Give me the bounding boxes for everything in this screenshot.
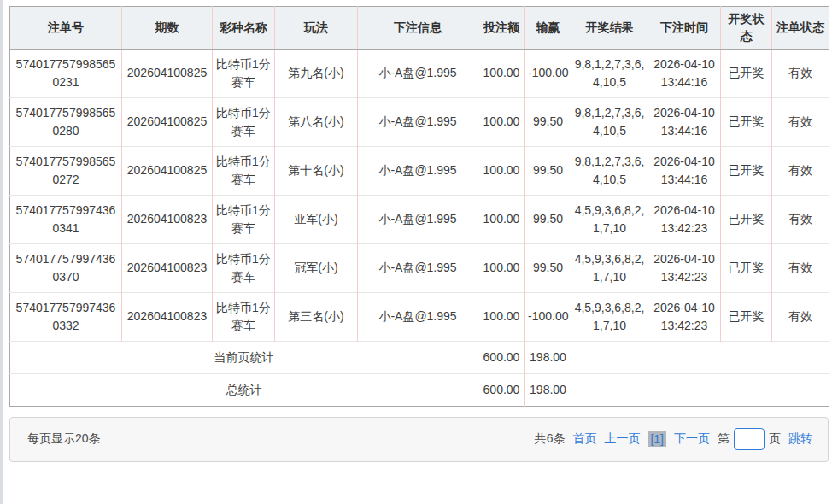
cell-period: 202604100825 (122, 97, 213, 146)
cell-bet-info: 小-A盘@1.995 (358, 97, 478, 146)
cell-win-loss: 99.50 (525, 243, 571, 292)
cell-amount: 100.00 (478, 243, 525, 292)
jump-prefix-label: 第 (718, 431, 730, 447)
cell-bet-info: 小-A盘@1.995 (358, 292, 478, 341)
cell-order-id: 5740177579985650280 (10, 97, 122, 146)
cell-period: 202604100823 (122, 195, 213, 243)
page-summary-empty (571, 341, 829, 373)
col-header-lottery: 彩种名称 (213, 7, 275, 50)
cell-lottery: 比特币1分赛车 (213, 243, 275, 292)
cell-result: 9,8,1,2,7,3,6,4,10,5 (571, 49, 648, 97)
page-summary-row: 当前页统计 600.00 198.00 (10, 341, 829, 373)
cell-bet-time: 2026-04-10 13:42:23 (648, 243, 721, 292)
cell-win-loss: 99.50 (525, 97, 571, 146)
page-jump-input[interactable] (734, 428, 765, 450)
cell-order-id: 5740177579985650231 (10, 49, 122, 97)
cell-amount: 100.00 (478, 49, 525, 97)
page-summary-win-loss: 198.00 (525, 341, 571, 373)
first-page-link[interactable]: 首页 (572, 431, 596, 447)
cell-result: 4,5,9,3,6,8,2,1,7,10 (571, 243, 648, 292)
cell-period: 202604100823 (122, 243, 213, 292)
cell-result: 9,8,1,2,7,3,6,4,10,5 (571, 97, 648, 146)
cell-period: 202604100825 (122, 146, 213, 195)
cell-play: 第十名(小) (275, 146, 358, 195)
table-header: 注单号 期数 彩种名称 玩法 下注信息 投注额 输赢 开奖结果 下注时间 开奖状… (10, 7, 829, 50)
total-summary-row: 总统计 600.00 198.00 (10, 373, 829, 406)
page-summary-label: 当前页统计 (10, 341, 478, 373)
cell-play: 第三名(小) (275, 292, 358, 341)
table-row: 5740177579985650272 202604100825 比特币1分赛车… (10, 146, 829, 195)
cell-draw-status: 已开奖 (721, 146, 772, 195)
jump-button[interactable]: 跳转 (788, 431, 812, 447)
col-header-bet-time: 下注时间 (648, 7, 721, 50)
cell-win-loss: 99.50 (525, 146, 571, 195)
col-header-bet-info: 下注信息 (358, 7, 478, 50)
cell-play: 第八名(小) (275, 97, 358, 146)
cell-order-status: 有效 (772, 243, 829, 292)
cell-lottery: 比特币1分赛车 (213, 146, 275, 195)
cell-play: 亚军(小) (275, 195, 358, 243)
cell-order-status: 有效 (772, 146, 829, 195)
total-summary-empty (571, 373, 829, 406)
table-row: 5740177579985650280 202604100825 比特币1分赛车… (10, 97, 829, 146)
cell-order-id: 5740177579974360341 (10, 195, 122, 243)
cell-result: 9,8,1,2,7,3,6,4,10,5 (571, 146, 648, 195)
cell-bet-info: 小-A盘@1.995 (358, 195, 478, 243)
cell-draw-status: 已开奖 (721, 97, 772, 146)
cell-amount: 100.00 (478, 195, 525, 243)
cell-bet-time: 2026-04-10 13:42:23 (648, 292, 721, 341)
col-header-play: 玩法 (275, 7, 358, 50)
total-count-label: 共6条 (535, 431, 566, 447)
cell-lottery: 比特币1分赛车 (213, 195, 275, 243)
pagination-bar: 每页显示20条 共6条 首页 上一页 [1] 下一页 第 页 跳转 (9, 417, 829, 462)
cell-bet-info: 小-A盘@1.995 (358, 49, 478, 97)
pager-controls: 共6条 首页 上一页 [1] 下一页 第 页 跳转 (535, 428, 812, 450)
next-page-link[interactable]: 下一页 (674, 431, 710, 447)
bet-records-page: 注单号 期数 彩种名称 玩法 下注信息 投注额 输赢 开奖结果 下注时间 开奖状… (0, 0, 838, 504)
cell-bet-time: 2026-04-10 13:42:23 (648, 195, 721, 243)
page-jump-group: 第 页 (718, 428, 781, 450)
cell-win-loss: -100.00 (525, 49, 571, 97)
bet-records-table: 注单号 期数 彩种名称 玩法 下注信息 投注额 输赢 开奖结果 下注时间 开奖状… (9, 6, 829, 407)
cell-play: 冠军(小) (275, 243, 358, 292)
table-row: 5740177579974360341 202604100823 比特币1分赛车… (10, 195, 829, 243)
col-header-order-id: 注单号 (10, 7, 122, 50)
prev-page-link[interactable]: 上一页 (604, 431, 640, 447)
cell-bet-time: 2026-04-10 13:44:16 (648, 146, 721, 195)
cell-order-status: 有效 (772, 49, 829, 97)
cell-lottery: 比特币1分赛车 (213, 49, 275, 97)
cell-order-id: 5740177579974360332 (10, 292, 122, 341)
total-summary-amount: 600.00 (478, 373, 525, 406)
per-page-label: 每页显示20条 (27, 431, 101, 447)
cell-period: 202604100823 (122, 292, 213, 341)
page-summary-amount: 600.00 (478, 341, 525, 373)
cell-period: 202604100825 (122, 49, 213, 97)
cell-order-id: 5740177579974360370 (10, 243, 122, 292)
cell-bet-info: 小-A盘@1.995 (358, 243, 478, 292)
table-row: 5740177579974360370 202604100823 比特币1分赛车… (10, 243, 829, 292)
cell-order-status: 有效 (772, 292, 829, 341)
jump-suffix-label: 页 (769, 431, 781, 447)
cell-bet-info: 小-A盘@1.995 (358, 146, 478, 195)
current-page-indicator[interactable]: [1] (648, 431, 666, 447)
cell-amount: 100.00 (478, 146, 525, 195)
col-header-draw-status: 开奖状态 (721, 7, 772, 50)
cell-draw-status: 已开奖 (721, 49, 772, 97)
table-row: 5740177579985650231 202604100825 比特币1分赛车… (10, 49, 829, 97)
cell-lottery: 比特币1分赛车 (213, 292, 275, 341)
cell-draw-status: 已开奖 (721, 292, 772, 341)
cell-order-status: 有效 (772, 97, 829, 146)
cell-bet-time: 2026-04-10 13:44:16 (648, 49, 721, 97)
total-summary-label: 总统计 (10, 373, 478, 406)
cell-order-status: 有效 (772, 195, 829, 243)
cell-win-loss: -100.00 (525, 292, 571, 341)
col-header-order-status: 注单状态 (772, 7, 829, 50)
col-header-period: 期数 (122, 7, 213, 50)
cell-draw-status: 已开奖 (721, 243, 772, 292)
cell-draw-status: 已开奖 (721, 195, 772, 243)
cell-amount: 100.00 (478, 292, 525, 341)
cell-play: 第九名(小) (275, 49, 358, 97)
cell-bet-time: 2026-04-10 13:44:16 (648, 97, 721, 146)
cell-lottery: 比特币1分赛车 (213, 97, 275, 146)
cell-win-loss: 99.50 (525, 195, 571, 243)
